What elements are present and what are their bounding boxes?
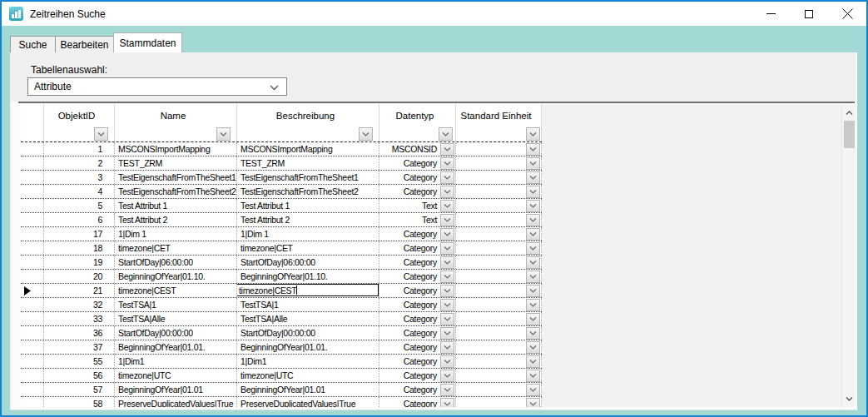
cell-datentyp[interactable]: Category [379,355,456,368]
datentyp-dropdown[interactable] [440,398,454,407]
einheit-dropdown[interactable] [526,285,540,297]
cell-beschreibung[interactable]: timezone|CEST timezone|CEST [237,284,379,297]
row-header-cell[interactable] [21,171,44,184]
cell-einheit[interactable] [456,397,542,407]
cell-einheit[interactable] [456,383,542,396]
datentyp-dropdown[interactable] [440,271,454,283]
row-header-cell[interactable] [21,156,44,170]
cell-edit-box[interactable]: timezone|CEST [237,284,379,296]
cell-datentyp[interactable]: Text [379,213,456,226]
filter-dropdown-datentyp[interactable] [439,127,453,141]
datentyp-dropdown[interactable] [440,299,454,311]
cell-beschreibung[interactable]: PreserveDuplicatedValues|True PreserveDu… [237,397,379,407]
cell-datentyp[interactable]: Category [379,326,456,340]
cell-datentyp[interactable]: Category [379,156,456,170]
cell-beschreibung[interactable]: TestTSA|Alle TestTSA|Alle [237,312,379,325]
cell-name[interactable]: BeginningOfYear|01.01. [115,340,237,354]
cell-name[interactable]: StartOfDay|00:00:00 [115,326,237,340]
row-header-cell[interactable] [21,213,44,226]
cell-einheit[interactable] [456,199,542,212]
cell-objektid[interactable]: 2 [44,156,115,170]
einheit-dropdown[interactable] [526,398,540,407]
cell-datentyp[interactable]: Category [379,185,456,198]
einheit-dropdown[interactable] [526,214,540,226]
cell-objektid[interactable]: 18 [44,241,115,255]
cell-beschreibung[interactable]: TEST_ZRM TEST_ZRM [237,156,379,170]
cell-beschreibung[interactable]: Test Attribut 2 Test Attribut 2 [237,213,379,226]
row-header-cell[interactable] [21,227,44,241]
cell-objektid[interactable]: 37 [44,340,115,354]
tab-bearbeiten[interactable]: Bearbeiten [55,36,114,52]
cell-name[interactable]: StartOfDay|06:00:00 [115,256,237,269]
cell-objektid[interactable]: 55 [44,355,115,368]
cell-name[interactable]: 1|Dim1 [115,355,237,368]
einheit-dropdown[interactable] [526,200,540,212]
cell-einheit[interactable] [456,142,542,156]
cell-datentyp[interactable]: Category [379,312,456,325]
cell-name[interactable]: timezone|CEST [115,284,237,297]
cell-einheit[interactable] [456,270,542,283]
cell-beschreibung[interactable]: 1|Dim 1 1|Dim 1 [237,227,379,241]
cell-beschreibung[interactable]: timezone|UTC timezone|UTC [237,369,379,382]
cell-datentyp[interactable]: Category [379,383,456,396]
row-header-cell[interactable] [21,241,44,255]
cell-datentyp[interactable]: Category [379,241,456,255]
einheit-dropdown[interactable] [526,384,540,396]
cell-datentyp[interactable]: Category [379,298,456,311]
row-header-cell[interactable] [21,383,44,396]
row-header-cell[interactable] [21,270,44,283]
einheit-dropdown[interactable] [526,299,540,311]
einheit-dropdown[interactable] [526,256,540,269]
cell-datentyp[interactable]: Category [379,369,456,382]
column-header-name[interactable]: Name [115,104,237,127]
einheit-dropdown[interactable] [526,327,540,340]
cell-einheit[interactable] [456,213,542,226]
einheit-dropdown[interactable] [526,228,540,241]
grid-vertical-scrollbar[interactable] [841,104,856,407]
row-header-cell[interactable] [21,284,44,297]
cell-name[interactable]: TestEigenschaftFromTheSheet2 [115,185,237,198]
cell-beschreibung[interactable]: TestEigenschaftFromTheSheet2 TestEigensc… [237,185,379,198]
cell-datentyp[interactable]: Category [379,256,456,269]
cell-objektid[interactable]: 6 [44,213,115,226]
einheit-dropdown[interactable] [526,370,540,382]
cell-einheit[interactable] [456,312,542,325]
datentyp-dropdown[interactable] [440,285,454,297]
cell-name[interactable]: Test Attribut 1 [115,199,237,212]
cell-datentyp[interactable]: MSCONSID [379,142,456,156]
filter-dropdown-beschreibung[interactable] [359,127,373,141]
cell-datentyp[interactable]: Text [379,199,456,212]
cell-name[interactable]: TEST_ZRM [115,156,237,170]
minimize-button[interactable] [751,2,790,26]
cell-einheit[interactable] [456,185,542,198]
cell-beschreibung[interactable]: TestTSA|1 TestTSA|1 [237,298,379,311]
datentyp-dropdown[interactable] [440,370,454,382]
cell-beschreibung[interactable]: TestEigenschaftFromTheSheet1 TestEigensc… [237,171,379,184]
close-button[interactable] [828,2,866,26]
einheit-dropdown[interactable] [526,313,540,325]
datentyp-dropdown[interactable] [440,242,454,255]
cell-einheit[interactable] [456,369,542,382]
row-header-cell[interactable] [21,397,44,407]
datentyp-dropdown[interactable] [440,341,454,354]
row-header-cell[interactable] [21,326,44,340]
datentyp-dropdown[interactable] [440,355,454,368]
cell-beschreibung[interactable]: StartOfDay|06:00:00 StartOfDay|06:00:00 [237,256,379,269]
cell-objektid[interactable]: 32 [44,298,115,311]
datentyp-dropdown[interactable] [440,143,454,156]
cell-einheit[interactable] [456,227,542,241]
cell-objektid[interactable]: 4 [44,185,115,198]
cell-einheit[interactable] [456,298,542,311]
filter-dropdown-einheit[interactable] [526,127,540,141]
einheit-dropdown[interactable] [526,242,540,255]
cell-einheit[interactable] [456,284,542,297]
datentyp-dropdown[interactable] [440,171,454,184]
cell-beschreibung[interactable]: timezone|CET timezone|CET [237,241,379,255]
cell-datentyp[interactable]: Category [379,171,456,184]
cell-datentyp[interactable]: Category [379,227,456,241]
scrollbar-thumb[interactable] [844,121,855,148]
row-header-cell[interactable] [21,369,44,382]
einheit-dropdown[interactable] [526,186,540,198]
cell-name[interactable]: PreserveDuplicatedValues|True [115,397,237,407]
cell-objektid[interactable]: 33 [44,312,115,325]
